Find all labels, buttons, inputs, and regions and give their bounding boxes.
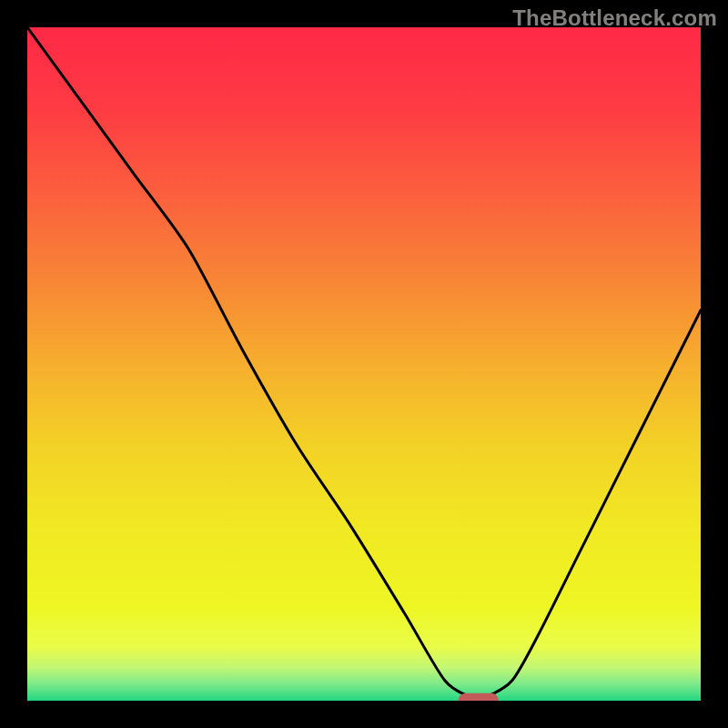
optimal-marker [459, 693, 499, 708]
bottleneck-chart [0, 0, 728, 728]
plot-background [27, 27, 701, 701]
chart-frame: { "watermark": "TheBottleneck.com", "cha… [0, 0, 728, 728]
watermark-text: TheBottleneck.com [512, 5, 717, 31]
